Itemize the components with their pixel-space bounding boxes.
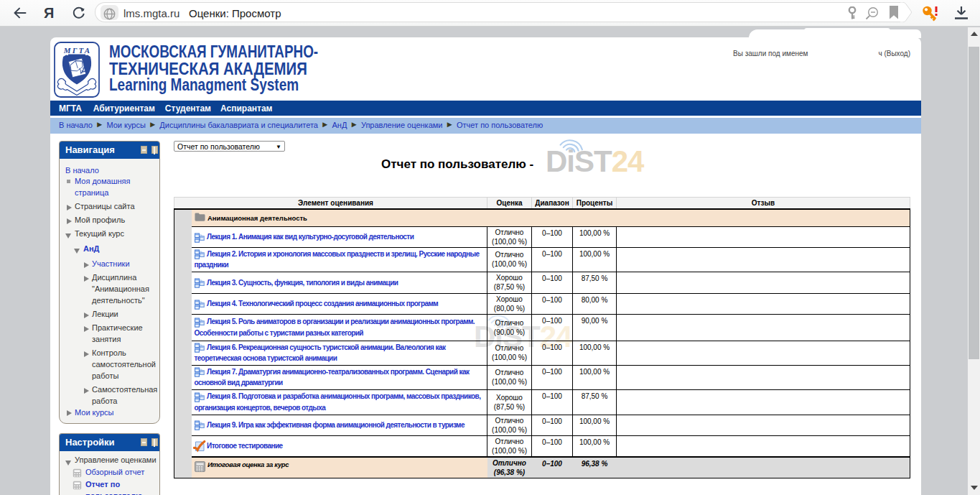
svg-text:МГТА: МГТА — [63, 46, 92, 55]
